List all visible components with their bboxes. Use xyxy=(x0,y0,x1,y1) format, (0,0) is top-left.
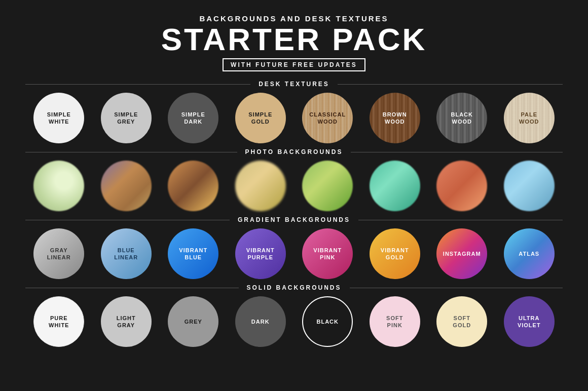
list-item: VIBRANTBLUE xyxy=(168,228,218,279)
gradient-backgrounds-section: GRADIENT BACKGROUNDS GRAYLINEAR BLUELINE… xyxy=(25,216,563,279)
section-line-right xyxy=(338,84,563,85)
photo4-circle xyxy=(235,161,286,211)
list-item: ATLAS xyxy=(504,228,555,279)
list-item: PALEWOOD xyxy=(504,93,555,143)
list-item xyxy=(504,161,555,211)
list-item: SIMPLEGOLD xyxy=(235,93,286,143)
light-gray-circle: LIGHTGRAY xyxy=(101,296,152,347)
solid-backgrounds-title-row: SOLID BACKGROUNDS xyxy=(25,284,563,291)
list-item: GREY xyxy=(168,296,218,347)
list-item: SIMPLEGREY xyxy=(101,93,152,143)
desk-textures-title: DESK TEXTURES xyxy=(250,81,338,88)
grey-circle: GREY xyxy=(168,296,218,347)
list-item xyxy=(370,161,420,211)
solid-backgrounds-circles: PUREWHITE LIGHTGRAY GREY DARK BLACK SOFT… xyxy=(25,296,563,347)
list-item: BLUELINEAR xyxy=(101,228,152,279)
list-item xyxy=(33,161,84,211)
instagram-circle: INSTAGRAM xyxy=(436,228,487,279)
list-item: DARK xyxy=(235,296,286,347)
list-item: VIBRANTPINK xyxy=(302,228,353,279)
vibrant-purple-circle: VIBRANTPURPLE xyxy=(235,228,286,279)
list-item xyxy=(235,161,286,211)
gray-linear-circle: GRAYLINEAR xyxy=(33,228,84,279)
brown-wood-circle: BROWNWOOD xyxy=(370,93,420,143)
photo-backgrounds-section: PHOTO BACKGROUNDS xyxy=(25,148,563,211)
section-line-left xyxy=(25,152,237,152)
list-item: SIMPLEDARK xyxy=(168,93,218,143)
photo2-circle xyxy=(101,161,152,211)
blue-linear-circle: BLUELINEAR xyxy=(101,228,152,279)
section-line-right xyxy=(350,288,563,288)
list-item: CLASSICALWOOD xyxy=(302,93,353,143)
photo6-circle xyxy=(370,161,420,211)
photo-backgrounds-circles xyxy=(25,161,563,211)
photo7-circle xyxy=(436,161,487,211)
section-line-left xyxy=(25,220,230,220)
simple-dark-circle: SIMPLEDARK xyxy=(168,93,218,143)
gradient-backgrounds-circles: GRAYLINEAR BLUELINEAR VIBRANTBLUE VIBRAN… xyxy=(25,228,563,279)
photo1-circle xyxy=(33,161,84,211)
soft-gold-circle: SOFTGOLD xyxy=(436,296,487,347)
photo3-circle xyxy=(168,161,218,211)
solid-backgrounds-title: SOLID BACKGROUNDS xyxy=(239,284,350,291)
photo5-circle xyxy=(302,161,353,211)
pale-wood-circle: PALEWOOD xyxy=(504,93,555,143)
ultra-violet-circle: ULTRAVIOLET xyxy=(504,296,555,347)
simple-gold-circle: SIMPLEGOLD xyxy=(235,93,286,143)
list-item: LIGHTGRAY xyxy=(101,296,152,347)
simple-white-circle: SIMPLEWHITE xyxy=(33,93,84,143)
black-circle: BLACK xyxy=(302,296,353,347)
section-line-right xyxy=(358,220,563,220)
desk-textures-title-row: DESK TEXTURES xyxy=(25,81,563,88)
list-item xyxy=(436,161,487,211)
list-item: VIBRANTGOLD xyxy=(370,228,420,279)
vibrant-blue-circle: VIBRANTBLUE xyxy=(168,228,218,279)
list-item: BLACK xyxy=(302,296,353,347)
atlas-circle: ATLAS xyxy=(504,228,555,279)
vibrant-pink-circle: VIBRANTPINK xyxy=(302,228,353,279)
simple-grey-circle: SIMPLEGREY xyxy=(101,93,152,143)
photo8-circle xyxy=(504,161,555,211)
gradient-backgrounds-title-row: GRADIENT BACKGROUNDS xyxy=(25,216,563,223)
soft-pink-circle: SOFTPINK xyxy=(370,296,420,347)
gradient-backgrounds-title: GRADIENT BACKGROUNDS xyxy=(230,216,358,223)
section-line-left xyxy=(25,288,239,288)
desk-textures-circles: SIMPLEWHITE SIMPLEGREY SIMPLEDARK SIMPLE… xyxy=(25,93,563,143)
list-item xyxy=(101,161,152,211)
photo-backgrounds-title-row: PHOTO BACKGROUNDS xyxy=(25,148,563,155)
pure-white-circle: PUREWHITE xyxy=(33,296,84,347)
header: Backgrounds and Desk Textures STARTER PA… xyxy=(161,0,427,71)
list-item: BLACKWOOD xyxy=(436,93,487,143)
list-item: GRAYLINEAR xyxy=(33,228,84,279)
list-item xyxy=(302,161,353,211)
list-item: SOFTPINK xyxy=(370,296,420,347)
vibrant-gold-circle: VIBRANTGOLD xyxy=(370,228,420,279)
list-item: VIBRANTPURPLE xyxy=(235,228,286,279)
list-item: ULTRAVIOLET xyxy=(504,296,555,347)
list-item: SOFTGOLD xyxy=(436,296,487,347)
header-title: STARTER PACK xyxy=(161,24,427,55)
header-badge: With Future Free Updates xyxy=(223,58,365,71)
list-item: SIMPLEWHITE xyxy=(33,93,84,143)
desk-textures-section: DESK TEXTURES SIMPLEWHITE SIMPLEGREY SIM… xyxy=(25,81,563,143)
black-wood-circle: BLACKWOOD xyxy=(436,93,487,143)
section-line-left xyxy=(25,84,250,85)
section-line-right xyxy=(351,152,563,152)
photo-backgrounds-title: PHOTO BACKGROUNDS xyxy=(237,148,351,155)
list-item: BROWNWOOD xyxy=(370,93,420,143)
list-item: INSTAGRAM xyxy=(436,228,487,279)
solid-backgrounds-section: SOLID BACKGROUNDS PUREWHITE LIGHTGRAY GR… xyxy=(25,284,563,347)
list-item: PUREWHITE xyxy=(33,296,84,347)
list-item xyxy=(168,161,218,211)
dark-circle: DARK xyxy=(235,296,286,347)
classical-wood-circle: CLASSICALWOOD xyxy=(302,93,353,143)
